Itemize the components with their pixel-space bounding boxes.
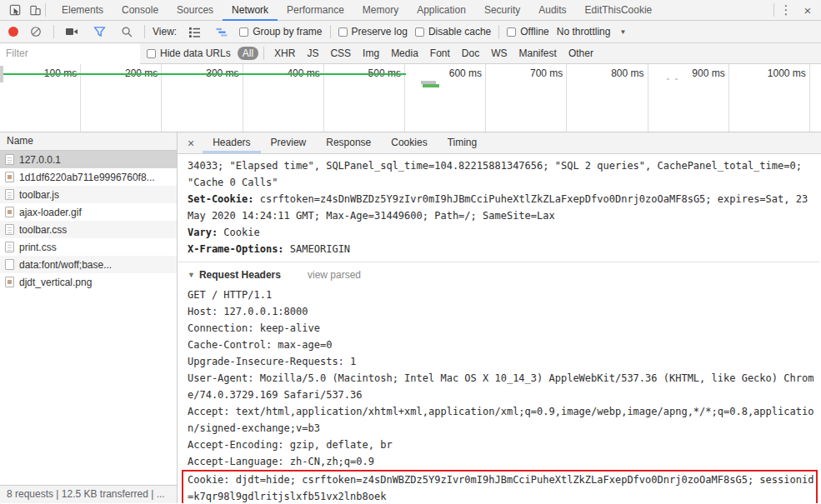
tab-performance[interactable]: Performance xyxy=(278,0,353,21)
capture-screenshots-icon[interactable] xyxy=(62,22,82,42)
request-row[interactable]: data:font/woff;base... xyxy=(0,256,177,273)
list-view-icon[interactable] xyxy=(184,22,204,42)
chevron-down-icon: ▼ xyxy=(619,28,626,36)
request-name: 127.0.0.1 xyxy=(19,154,61,166)
tab-audits[interactable]: Audits xyxy=(529,0,575,21)
headers-content: 34033; "Elapsed time", SQLPanel_sql_time… xyxy=(178,154,821,503)
details-tab-response[interactable]: Response xyxy=(316,132,381,153)
divider xyxy=(330,25,331,38)
network-overview-timeline[interactable]: 100 ms200 ms300 ms400 ms500 ms600 ms700 … xyxy=(0,64,821,132)
overview-dot xyxy=(667,78,669,80)
request-row[interactable]: print.css xyxy=(0,238,177,256)
header-name: Set-Cookie: xyxy=(188,193,253,205)
type-filter-manifest[interactable]: Manifest xyxy=(514,47,562,60)
response-header-overflow-line: 34033; "Elapsed time", SQLPanel_sql_time… xyxy=(188,157,819,191)
tab-memory[interactable]: Memory xyxy=(353,0,408,21)
divider xyxy=(53,25,54,38)
image-icon xyxy=(5,277,14,287)
close-details-icon[interactable]: × xyxy=(178,137,203,150)
request-name: toolbar.css xyxy=(19,224,67,236)
network-toolbar: View: Group by frame Preserve log Disabl… xyxy=(0,21,821,43)
request-header-line: User-Agent: Mozilla/5.0 (Macintosh; Inte… xyxy=(188,370,819,403)
offline-checkbox[interactable] xyxy=(507,27,516,37)
disable-cache-label: Disable cache xyxy=(428,26,491,37)
disable-cache-option: Disable cache xyxy=(415,26,491,37)
network-summary-bar: 8 requests | 12.5 KB transferred | ... xyxy=(0,485,177,503)
request-row[interactable]: 1d1df6220ab711e9996760f8... xyxy=(0,168,177,186)
tab-editthiscookie[interactable]: EditThisCookie xyxy=(576,0,662,21)
resource-type-filters: AllXHRJSCSSImgMediaFontDocWSManifestOthe… xyxy=(238,47,598,60)
request-header-line: Upgrade-Insecure-Requests: 1 xyxy=(188,353,819,370)
type-filter-all[interactable]: All xyxy=(238,47,258,60)
type-filter-other[interactable]: Other xyxy=(563,47,598,60)
request-name: djdt_vertical.png xyxy=(19,277,92,288)
throttling-value: No throttling xyxy=(557,26,611,37)
overview-dot xyxy=(675,78,678,80)
divider xyxy=(45,3,46,17)
request-row[interactable]: ajax-loader.gif xyxy=(0,203,177,221)
header-value: Cookie xyxy=(223,227,259,238)
type-filter-media[interactable]: Media xyxy=(386,47,423,60)
type-filter-doc[interactable]: Doc xyxy=(457,47,484,60)
disclosure-triangle-icon[interactable]: ▼ xyxy=(188,267,195,283)
details-tab-headers[interactable]: Headers xyxy=(203,132,260,153)
details-tab-cookies[interactable]: Cookies xyxy=(381,132,437,153)
details-tab-preview[interactable]: Preview xyxy=(261,132,317,153)
timeline-tick: 600 ms xyxy=(405,64,486,132)
record-button[interactable] xyxy=(8,27,18,37)
details-tab-timing[interactable]: Timing xyxy=(438,132,488,153)
request-headers-title[interactable]: Request Headers xyxy=(199,267,281,283)
response-header-line: Vary: Cookie xyxy=(188,224,819,241)
name-column-header[interactable]: Name xyxy=(0,132,177,151)
type-filter-img[interactable]: Img xyxy=(358,47,384,60)
tab-network[interactable]: Network xyxy=(223,0,278,21)
requests-panel: Name 127.0.0.11d1df6220ab711e9996760f8..… xyxy=(0,132,178,503)
overview-scroll-thumb[interactable] xyxy=(0,66,3,82)
image-icon xyxy=(5,172,14,182)
group-by-frame-option: Group by frame xyxy=(239,26,322,37)
tab-application[interactable]: Application xyxy=(408,0,475,21)
request-row[interactable]: toolbar.css xyxy=(0,221,177,238)
filter-input[interactable] xyxy=(0,43,140,64)
type-filter-css[interactable]: CSS xyxy=(325,47,356,60)
request-name: toolbar.js xyxy=(19,189,59,201)
waterfall-view-icon[interactable] xyxy=(212,22,232,42)
details-tabs: HeadersPreviewResponseCookiesTiming xyxy=(203,132,487,153)
type-filter-js[interactable]: JS xyxy=(302,47,323,60)
throttling-select[interactable]: No throttling ▼ xyxy=(557,26,627,37)
request-row[interactable]: toolbar.js xyxy=(0,186,177,203)
image-icon xyxy=(5,207,14,217)
hide-data-urls-checkbox[interactable] xyxy=(147,49,156,58)
hide-data-urls-label: Hide data URLs xyxy=(160,47,231,59)
document-icon xyxy=(5,189,14,200)
request-row[interactable]: 127.0.0.1 xyxy=(0,151,177,168)
disable-cache-checkbox[interactable] xyxy=(415,27,424,37)
header-name: Vary: xyxy=(188,227,218,238)
tab-security[interactable]: Security xyxy=(475,0,529,21)
type-filter-xhr[interactable]: XHR xyxy=(269,47,300,60)
type-filter-ws[interactable]: WS xyxy=(486,47,512,60)
filter-icon[interactable] xyxy=(89,22,109,42)
device-toolbar-icon[interactable] xyxy=(25,0,45,20)
preserve-log-checkbox[interactable] xyxy=(338,27,348,37)
divider xyxy=(263,47,264,60)
tab-elements[interactable]: Elements xyxy=(53,0,113,21)
divider xyxy=(773,3,774,17)
request-headers-raw-list: GET / HTTP/1.1Host: 127.0.0.1:8000Connec… xyxy=(188,287,819,470)
close-devtools-icon[interactable]: × xyxy=(798,0,818,20)
tab-bar-controls: ⋮ × xyxy=(773,0,821,20)
inspect-element-icon[interactable] xyxy=(5,0,25,20)
tab-sources[interactable]: Sources xyxy=(168,0,223,21)
offline-label: Offline xyxy=(520,26,548,37)
request-row[interactable]: djdt_vertical.png xyxy=(0,273,177,291)
view-parsed-link[interactable]: view parsed xyxy=(308,267,361,283)
type-filter-font[interactable]: Font xyxy=(425,47,455,60)
response-header-line: Set-Cookie: csrftoken=z4sDnWBZDz5Y9zIvr0… xyxy=(188,191,819,224)
network-main-split: Name 127.0.0.11d1df6220ab711e9996760f8..… xyxy=(0,132,821,503)
group-by-frame-checkbox[interactable] xyxy=(239,27,248,37)
more-options-icon[interactable]: ⋮ xyxy=(776,0,796,20)
clear-icon[interactable] xyxy=(26,22,46,42)
search-icon[interactable] xyxy=(117,22,137,42)
tab-console[interactable]: Console xyxy=(113,0,168,21)
request-name: 1d1df6220ab711e9996760f8... xyxy=(19,172,155,183)
